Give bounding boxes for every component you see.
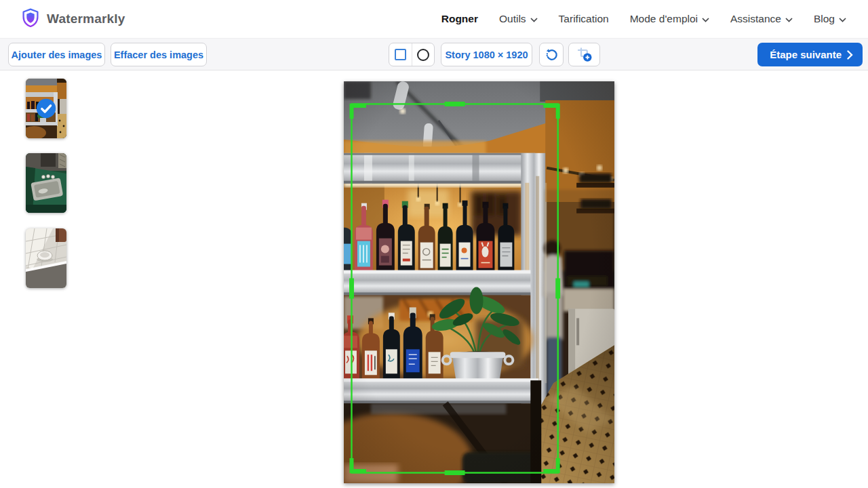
crop-toolbar: Ajouter des images Effacer des images St…: [0, 39, 868, 70]
crop-shape-toggle: [389, 43, 435, 66]
rectangle-crop-button[interactable]: [389, 43, 412, 66]
add-images-button[interactable]: Ajouter des images: [8, 43, 105, 66]
add-crop-preset-button[interactable]: [568, 43, 600, 66]
brand-name: Watermarkly: [47, 12, 125, 26]
chevron-right-icon: [847, 50, 853, 60]
circle-crop-button[interactable]: [412, 43, 434, 66]
nav-item-blog[interactable]: Blog: [814, 13, 846, 25]
nav-item-rogner[interactable]: Rogner: [441, 13, 478, 25]
clear-images-button[interactable]: Effacer des images: [111, 43, 207, 66]
main-nav: Rogner Outils Tarification Mode d'emploi…: [441, 13, 846, 25]
nav-item-outils[interactable]: Outils: [499, 13, 538, 25]
chevron-down-icon: [839, 18, 846, 22]
next-step-button[interactable]: Étape suivante: [757, 43, 863, 66]
chevron-down-icon: [530, 18, 538, 22]
photo-bar-shelf: [344, 81, 614, 483]
nav-item-tarification[interactable]: Tarification: [559, 13, 609, 25]
watermarkly-app: Watermarkly Rogner Outils Tarification M…: [0, 0, 868, 488]
chevron-down-icon: [702, 18, 709, 22]
thumbnail-tiled-counter[interactable]: [26, 228, 66, 288]
rectangle-crop-icon: [395, 49, 406, 60]
rotate-button[interactable]: [539, 43, 564, 66]
nav-item-assistance[interactable]: Assistance: [730, 13, 793, 25]
thumbnail-bar-shelf[interactable]: [26, 79, 66, 138]
nav-item-mode-demploi[interactable]: Mode d'emploi: [630, 13, 709, 25]
brand-logo[interactable]: Watermarkly: [22, 8, 125, 30]
check-icon: [36, 98, 56, 119]
crop-preset-button[interactable]: Story 1080 × 1920: [441, 43, 532, 66]
header: Watermarkly Rogner Outils Tarification M…: [0, 0, 868, 39]
thumbnail-metal-tray[interactable]: [26, 153, 66, 213]
shield-icon: [22, 8, 39, 30]
circle-crop-icon: [417, 49, 429, 61]
add-crop-preset-icon: [576, 47, 593, 62]
crop-canvas[interactable]: [344, 81, 614, 483]
chevron-down-icon: [785, 18, 793, 22]
rotate-ccw-icon: [545, 47, 559, 62]
